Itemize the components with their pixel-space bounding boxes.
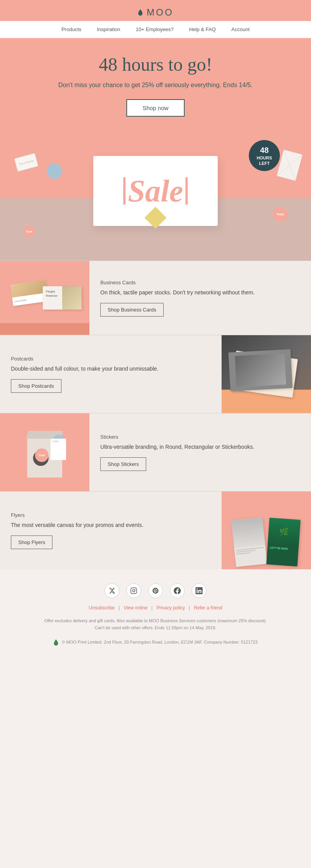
shop-postcards-button[interactable]: Shop Postcards — [11, 379, 61, 393]
badge-left: LEFT — [259, 161, 270, 166]
yum-sticker-2: Yum — [23, 226, 35, 237]
shop-flyers-button[interactable]: Shop Flyers — [11, 536, 52, 549]
product-row-flyers: 🌿 LETTYB NKDI Flyers The most versatile … — [0, 491, 311, 569]
bc-card-1: JOHN BAKER — [10, 280, 48, 306]
product-desc-postcards: Double-sided and full colour, to make yo… — [11, 365, 211, 373]
nav-account[interactable]: Account — [231, 26, 250, 32]
facebook-icon-button[interactable] — [170, 583, 185, 598]
hero-section: 48 hours to go! Don't miss your chance t… — [0, 38, 311, 261]
product-info-business-cards: Business Cards On thick, tactile paper s… — [89, 261, 311, 335]
product-image-business-cards: JOHN BAKER Pauglia Robensio — [0, 261, 89, 335]
nav-inspiration[interactable]: Inspiration — [97, 26, 120, 32]
hours-badge: 48 HOURS LEFT — [249, 140, 280, 171]
badge-number: 48 — [260, 145, 269, 155]
product-category-stickers: Stickers — [100, 434, 300, 440]
footer-legal: Offer excludes delivery and gift cards. … — [43, 618, 268, 631]
stk-illustration: Yum LABEL — [0, 413, 89, 491]
refer-link[interactable]: Refer a friend — [194, 605, 222, 611]
nav-employees[interactable]: 10+ Employees? — [136, 26, 173, 32]
hero-subtitle: Don't miss your chance to get 25% off se… — [23, 80, 288, 90]
product-row-stickers: Yum LABEL Stickers Ultra-versatile brand… — [0, 413, 311, 491]
product-info-postcards: Postcards Double-sided and full colour, … — [0, 335, 222, 413]
product-category-flyers: Flyers — [11, 512, 211, 518]
product-info-stickers: Stickers Ultra-versatile branding, in Ro… — [89, 413, 311, 491]
footer-company: © MOO Print Limited. 2nd Floor, 20 Farri… — [16, 639, 295, 646]
twitter-icon-button[interactable] — [105, 583, 119, 598]
products-section: JOHN BAKER Pauglia Robensio Business Car… — [0, 261, 311, 569]
sale-bar-right — [185, 177, 188, 205]
bc-illustration: JOHN BAKER Pauglia Robensio — [0, 261, 89, 335]
moo-drop-icon — [137, 9, 143, 16]
svg-point-5 — [135, 589, 136, 590]
product-desc-stickers: Ultra-versatile branding, in Round, Rect… — [100, 443, 300, 451]
header: MOO — [0, 0, 311, 21]
product-desc-business-cards: On thick, tactile paper stocks. Don't tr… — [100, 289, 300, 297]
pinterest-icon-button[interactable] — [148, 583, 163, 598]
logo-text: MOO — [147, 7, 173, 18]
fly-illustration: 🌿 LETTYB NKDI — [222, 492, 311, 569]
shop-now-button[interactable]: Shop now — [126, 99, 185, 117]
view-online-link[interactable]: View online — [124, 605, 147, 611]
instagram-icon-button[interactable] — [126, 583, 141, 598]
product-info-flyers: Flyers The most versatile canvas for you… — [0, 492, 222, 569]
product-image-postcards — [222, 335, 311, 413]
sep-3: | — [189, 605, 190, 611]
product-category-postcards: Postcards — [11, 356, 211, 362]
nav-help[interactable]: Help & FAQ — [189, 26, 216, 32]
nav-products[interactable]: Products — [61, 26, 81, 32]
sale-text: Sale — [128, 173, 183, 209]
product-row-business-cards: JOHN BAKER Pauglia Robensio Business Car… — [0, 261, 311, 335]
company-drop-icon — [53, 639, 59, 646]
logo[interactable]: MOO — [0, 7, 311, 18]
sale-bar-left — [123, 177, 126, 205]
sep-2: | — [151, 605, 152, 611]
privacy-link[interactable]: Privacy policy — [156, 605, 185, 611]
social-icons — [16, 583, 295, 598]
footer: Unsubscribe | View online | Privacy poli… — [0, 569, 311, 654]
yum-sticker-1: Yum — [273, 207, 288, 222]
unsubscribe-link[interactable]: Unsubscribe — [89, 605, 115, 611]
badge-hours: HOURS — [257, 155, 272, 161]
hero-title: 48 hours to go! — [23, 54, 288, 75]
nav: Products Inspiration 10+ Employees? Help… — [0, 21, 311, 38]
shop-business-cards-button[interactable]: Shop Business Cards — [100, 303, 164, 317]
product-row-postcards: Postcards Double-sided and full colour, … — [0, 335, 311, 413]
product-desc-flyers: The most versatile canvas for your promo… — [11, 521, 211, 529]
sep-1: | — [119, 605, 120, 611]
svg-rect-3 — [131, 588, 137, 594]
blue-sticker — [47, 163, 62, 179]
hero-image: 48 HOURS LEFT This is Testing Sale Yum Y… — [0, 128, 311, 261]
product-image-stickers: Yum LABEL — [0, 413, 89, 491]
sticker-yum: Yum — [35, 448, 49, 462]
pc-illustration — [222, 335, 311, 413]
product-category-business-cards: Business Cards — [100, 280, 300, 285]
sticker-box: Yum LABEL — [23, 427, 66, 478]
svg-point-4 — [133, 590, 135, 592]
company-text: © MOO Print Limited. 2nd Floor, 20 Farri… — [62, 639, 257, 646]
footer-links: Unsubscribe | View online | Privacy poli… — [16, 605, 295, 611]
product-image-flyers: 🌿 LETTYB NKDI — [222, 492, 311, 569]
shop-stickers-button[interactable]: Shop Stickers — [100, 457, 146, 471]
linkedin-icon-button[interactable] — [192, 583, 206, 598]
bc-card-2: Pauglia Robensio — [43, 286, 82, 310]
